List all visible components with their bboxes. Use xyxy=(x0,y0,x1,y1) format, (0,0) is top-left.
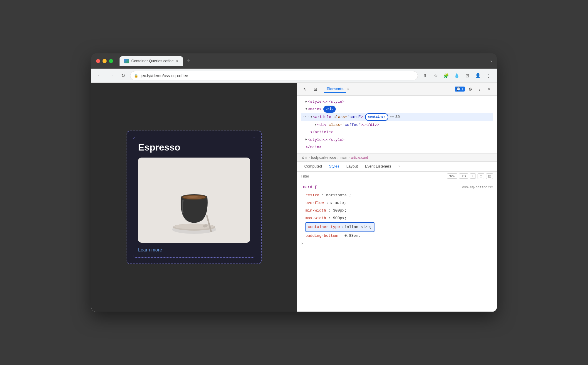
cast-icon: ⊡ xyxy=(466,73,469,78)
breadcrumb-body[interactable]: body.dark-mode xyxy=(311,156,336,160)
navigation-bar: ← → ↻ 🔒 jec.fyi/demo/css-cq-coffee ⬆ ☆ 🧩… xyxy=(91,69,497,83)
close-traffic-light[interactable] xyxy=(96,59,100,63)
tab-more[interactable]: » xyxy=(395,162,404,171)
container-badge: container xyxy=(365,113,388,121)
device-icon: ⊡ xyxy=(314,87,317,92)
comment-count: 1 xyxy=(461,87,463,91)
new-tab-button[interactable]: + xyxy=(184,56,192,65)
grid-badge: grid xyxy=(323,106,336,113)
hov-button[interactable]: :hov xyxy=(447,173,457,179)
back-button[interactable]: ← xyxy=(95,71,104,80)
breadcrumb-article[interactable]: article.card xyxy=(351,156,368,160)
webpage-panel: Espresso xyxy=(91,83,297,312)
eyedropper-icon: 💧 xyxy=(454,73,460,78)
maximize-traffic-light[interactable] xyxy=(109,59,113,63)
breadcrumb: html › body.dark-mode › main › article.c… xyxy=(297,154,497,162)
dom-line-main-close[interactable]: </main> xyxy=(301,143,493,151)
dom-line-style1[interactable]: ▶ <style>…</style> xyxy=(301,98,493,105)
tab-end-chevron: › xyxy=(490,58,492,64)
overflow-icon: ⋮ xyxy=(478,87,482,92)
settings-button[interactable]: ⚙ xyxy=(466,85,474,93)
svg-point-2 xyxy=(174,224,214,229)
devtools-panel: ↖ ⊡ Elements » 💬 1 ⚙ xyxy=(297,83,497,312)
css-source: css-cq-coffee:12 xyxy=(462,184,493,190)
styles-panel: :hov .cls + ⊡ ◫ .card { css-cq-coffee:12 xyxy=(297,172,497,312)
cls-button[interactable]: .cls xyxy=(459,173,468,179)
inspect-element-button[interactable]: ↖ xyxy=(301,85,309,93)
dom-tree: ▶ <style>…</style> ▼ <main> grid ··· ▼ <… xyxy=(297,96,497,154)
panel-tabs: Computed Styles Layout Event Listeners » xyxy=(297,162,497,172)
dom-line-div[interactable]: ▶ <div class="coffee">…</div> xyxy=(301,121,493,129)
css-rule-header: .card { css-cq-coffee:12 xyxy=(301,183,493,191)
settings-icon: ⚙ xyxy=(468,87,472,92)
tab-bar: Container Queries coffee × + xyxy=(120,56,487,66)
menu-icon: ⋮ xyxy=(486,73,491,78)
triangle-icon: ▼ xyxy=(310,114,312,120)
reload-icon: ↻ xyxy=(121,73,125,78)
menu-button[interactable]: ⋮ xyxy=(484,71,493,80)
tab-event-listeners[interactable]: Event Listeners xyxy=(361,162,395,171)
triangle-icon: ▶ xyxy=(305,137,307,142)
container-type-highlight: container-type : inline-size; xyxy=(305,222,374,232)
css-prop-padding-bottom[interactable]: padding-bottom : 0.83em; xyxy=(305,232,493,240)
elements-tab[interactable]: Elements xyxy=(324,85,346,93)
more-panels-button[interactable]: » xyxy=(347,87,349,91)
learn-more-link[interactable]: Learn more xyxy=(138,247,250,253)
title-bar: Container Queries coffee × + › xyxy=(91,53,497,69)
active-tab[interactable]: Container Queries coffee × xyxy=(120,56,183,66)
close-icon: × xyxy=(488,87,490,92)
css-prop-container-type[interactable]: container-type : inline-size; xyxy=(305,222,493,232)
css-selector[interactable]: .card { xyxy=(301,183,317,191)
svg-point-8 xyxy=(187,196,199,198)
extensions-button[interactable]: 🧩 xyxy=(441,71,451,80)
css-prop-max-width[interactable]: max-width : 900px; xyxy=(305,214,493,222)
tab-close-button[interactable]: × xyxy=(176,59,178,63)
tab-styles[interactable]: Styles xyxy=(325,162,343,171)
coffee-cup-svg xyxy=(165,162,224,238)
eyedropper-button[interactable]: 💧 xyxy=(452,71,461,80)
nav-right-controls: ⬆ ☆ 🧩 💧 ⊡ 👤 ⋮ xyxy=(420,71,493,80)
devtools-toolbar: ↖ ⊡ Elements » 💬 1 ⚙ xyxy=(297,83,497,96)
styles-filter-controls: :hov .cls + ⊡ ◫ xyxy=(447,173,493,179)
dom-line-article[interactable]: ··· ▼ <article class="card"> container =… xyxy=(301,113,493,121)
toggle-icon-button[interactable]: ⊡ xyxy=(478,173,484,179)
content-area: Espresso xyxy=(91,83,497,312)
overflow-menu-button[interactable]: ⋮ xyxy=(476,85,484,93)
device-toolbar-button[interactable]: ⊡ xyxy=(311,85,320,93)
tab-computed[interactable]: Computed xyxy=(301,162,325,171)
overflow-expand-icon[interactable]: ▶ xyxy=(331,202,332,205)
address-bar[interactable]: 🔒 jec.fyi/demo/css-cq-coffee xyxy=(130,71,418,80)
close-devtools-button[interactable]: × xyxy=(485,85,493,93)
comment-icon: 💬 xyxy=(456,87,461,91)
devtools-tabs-header: Elements » xyxy=(324,85,452,93)
dom-line-style2[interactable]: ▶ <style>…</style> xyxy=(301,136,493,143)
dom-line-main[interactable]: ▼ <main> grid xyxy=(301,105,493,113)
cast-button[interactable]: ⊡ xyxy=(463,71,472,80)
url-text: jec.fyi/demo/css-cq-coffee xyxy=(141,73,188,78)
styles-filter-input[interactable] xyxy=(301,174,445,178)
css-prop-overflow[interactable]: overflow : ▶ auto; xyxy=(305,199,493,207)
dom-line-article-close[interactable]: </article> xyxy=(301,129,493,136)
back-icon: ← xyxy=(97,73,102,78)
tab-layout[interactable]: Layout xyxy=(343,162,361,171)
forward-button[interactable]: → xyxy=(107,71,116,80)
triangle-icon: ▶ xyxy=(305,99,307,104)
css-prop-min-width[interactable]: min-width : 300px; xyxy=(305,207,493,214)
share-icon: ⬆ xyxy=(423,73,427,78)
reload-button[interactable]: ↻ xyxy=(118,71,128,80)
styles-content: .card { css-cq-coffee:12 resize : horizo… xyxy=(297,181,497,250)
lock-icon: 🔒 xyxy=(134,74,138,78)
minimize-traffic-light[interactable] xyxy=(103,59,107,63)
breadcrumb-main[interactable]: main xyxy=(340,156,347,160)
expand-button[interactable]: ◫ xyxy=(486,173,493,179)
styles-filter-bar: :hov .cls + ⊡ ◫ xyxy=(297,172,497,181)
cursor-icon: ↖ xyxy=(303,87,307,92)
profile-button[interactable]: 👤 xyxy=(473,71,483,80)
comment-badge[interactable]: 💬 1 xyxy=(455,87,465,92)
css-prop-resize[interactable]: resize : horizontal; xyxy=(305,192,493,199)
browser-window: Container Queries coffee × + › ← → ↻ 🔒 j… xyxy=(91,53,497,312)
add-style-button[interactable]: + xyxy=(470,173,476,179)
bookmark-button[interactable]: ☆ xyxy=(431,71,440,80)
breadcrumb-html[interactable]: html xyxy=(301,156,308,160)
share-button[interactable]: ⬆ xyxy=(420,71,430,80)
